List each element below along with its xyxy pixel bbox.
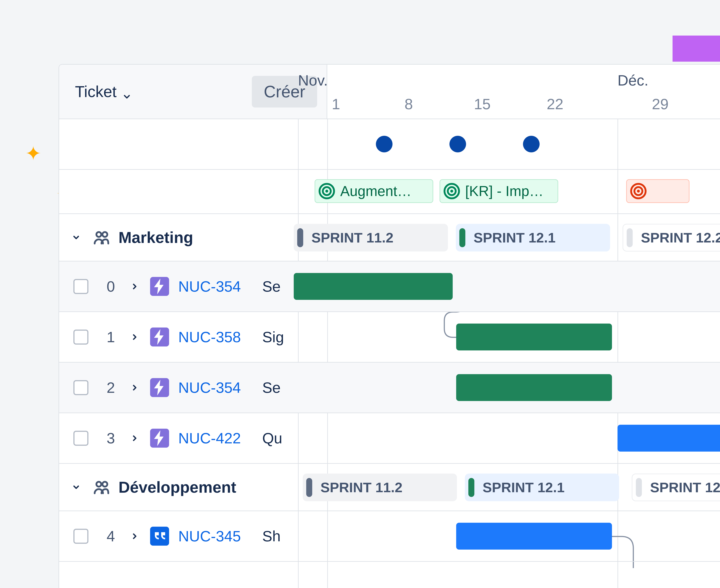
sprint-label: SPRINT 12.2 bbox=[650, 479, 720, 496]
timeline-header: Nov.181522Déc.29 bbox=[327, 65, 720, 119]
ticket-row: 2NUC-354Se bbox=[59, 363, 720, 413]
ticket-summary: Se bbox=[262, 379, 281, 396]
sprint-label: SPRINT 11.2 bbox=[312, 230, 393, 246]
sprint-pill[interactable]: SPRINT 12.2 bbox=[632, 474, 720, 501]
epic-type-icon bbox=[150, 378, 169, 397]
timeline-tick: 1 bbox=[332, 96, 340, 113]
expand-row-icon[interactable] bbox=[130, 282, 139, 291]
expand-row-icon[interactable] bbox=[130, 434, 139, 443]
release-markers-row bbox=[59, 119, 720, 170]
ticket-row: 1NUC-358Sig bbox=[59, 312, 720, 363]
ticket-key-link[interactable]: NUC-345 bbox=[178, 528, 241, 545]
sprint-pill[interactable]: SPRINT 12.2 bbox=[623, 224, 720, 251]
sprint-pill[interactable]: SPRINT 11.2 bbox=[303, 474, 457, 501]
row-checkbox[interactable] bbox=[74, 431, 88, 446]
panel-header: Ticket Créer Nov.181522Déc.29 bbox=[59, 65, 720, 119]
ticket-column-header: Ticket Créer bbox=[59, 65, 327, 119]
banner-top bbox=[673, 36, 720, 62]
gantt-bar[interactable] bbox=[456, 523, 612, 550]
ticket-key-link[interactable]: NUC-422 bbox=[178, 429, 241, 447]
objective-label: [KR] - Imp… bbox=[465, 183, 543, 199]
ticket-summary: Se bbox=[262, 278, 281, 295]
ticket-key-link[interactable]: NUC-354 bbox=[178, 278, 241, 295]
release-marker[interactable] bbox=[523, 136, 540, 152]
row-index: 0 bbox=[106, 278, 118, 295]
roadmap-panel: Ticket Créer Nov.181522Déc.29 Augment…[K… bbox=[59, 64, 720, 588]
timeline-tick: 29 bbox=[652, 96, 668, 113]
ticket-summary: Sh bbox=[262, 528, 281, 545]
target-icon bbox=[318, 183, 336, 200]
sparkle-icon: ✦ bbox=[25, 144, 42, 163]
chevron-down-icon bbox=[122, 87, 132, 97]
ticket-type-label: Ticket bbox=[75, 83, 117, 101]
sprint-pill[interactable]: SPRINT 12.1 bbox=[465, 474, 619, 501]
objective-label: Augment… bbox=[340, 183, 412, 199]
svg-point-9 bbox=[96, 232, 101, 237]
release-marker[interactable] bbox=[376, 136, 393, 152]
expand-row-icon[interactable] bbox=[130, 532, 139, 541]
epic-type-icon bbox=[150, 429, 169, 448]
sprint-label: SPRINT 12.1 bbox=[483, 479, 564, 496]
ticket-key-link[interactable]: NUC-354 bbox=[178, 379, 241, 396]
svg-point-10 bbox=[102, 232, 107, 237]
release-marker[interactable] bbox=[449, 136, 466, 152]
sprint-pill[interactable]: SPRINT 12.1 bbox=[456, 224, 610, 251]
timeline-tick: 22 bbox=[547, 96, 563, 113]
svg-point-8 bbox=[637, 190, 640, 192]
epic-type-icon bbox=[150, 277, 169, 296]
objective-pill[interactable]: [KR] - Imp… bbox=[440, 179, 558, 203]
svg-point-11 bbox=[96, 482, 101, 487]
target-icon bbox=[630, 183, 647, 200]
group-name: Marketing bbox=[118, 228, 193, 247]
sprint-pill[interactable]: SPRINT 11.2 bbox=[294, 224, 448, 251]
quote-type-icon bbox=[150, 527, 169, 546]
gantt-bar[interactable] bbox=[618, 425, 720, 451]
objective-pill[interactable]: Augment… bbox=[315, 179, 433, 203]
ticket-type-dropdown[interactable]: Ticket bbox=[75, 83, 132, 101]
team-icon bbox=[92, 478, 111, 496]
row-checkbox[interactable] bbox=[74, 529, 88, 544]
epic-type-icon bbox=[150, 328, 169, 346]
svg-point-12 bbox=[102, 482, 107, 487]
row-checkbox[interactable] bbox=[74, 279, 88, 294]
row-checkbox[interactable] bbox=[74, 380, 88, 395]
svg-point-5 bbox=[450, 190, 453, 192]
objectives-row: Augment…[KR] - Imp… bbox=[59, 170, 720, 214]
sprint-label: SPRINT 12.1 bbox=[474, 230, 556, 246]
panel-body: Augment…[KR] - Imp…MarketingSPRINT 11.2S… bbox=[59, 119, 720, 562]
group-header-row: MarketingSPRINT 11.2SPRINT 12.1SPRINT 12… bbox=[59, 214, 720, 261]
expand-row-icon[interactable] bbox=[130, 383, 139, 392]
gantt-bar[interactable] bbox=[456, 323, 612, 351]
gantt-bar[interactable] bbox=[456, 374, 612, 401]
group-header-left[interactable]: Marketing bbox=[59, 214, 327, 261]
ticket-row: 4NUC-345Sh bbox=[59, 511, 720, 562]
month-label: Déc. bbox=[618, 72, 648, 89]
svg-point-2 bbox=[325, 190, 328, 192]
timeline-tick: 8 bbox=[405, 96, 413, 113]
sprint-label: SPRINT 12.2 bbox=[641, 230, 720, 246]
expand-row-icon[interactable] bbox=[130, 333, 139, 341]
group-name: Développement bbox=[118, 478, 236, 496]
expand-group-icon[interactable] bbox=[72, 483, 81, 491]
ticket-row: 0NUC-354Se bbox=[59, 261, 720, 312]
sprint-label: SPRINT 11.2 bbox=[320, 479, 402, 496]
row-index: 2 bbox=[106, 379, 118, 396]
expand-group-icon[interactable] bbox=[72, 233, 81, 242]
ticket-summary: Qu bbox=[262, 429, 282, 447]
month-label: Nov. bbox=[298, 72, 328, 89]
ticket-key-link[interactable]: NUC-358 bbox=[178, 329, 241, 346]
row-checkbox[interactable] bbox=[74, 330, 88, 344]
objective-pill[interactable] bbox=[626, 179, 689, 203]
row-index: 3 bbox=[106, 429, 118, 447]
row-index: 4 bbox=[106, 528, 118, 545]
group-header-row: DéveloppementSPRINT 11.2SPRINT 12.1SPRIN… bbox=[59, 464, 720, 511]
target-icon bbox=[443, 183, 460, 200]
gantt-bar[interactable] bbox=[294, 273, 453, 300]
group-header-left[interactable]: Développement bbox=[59, 464, 327, 510]
team-icon bbox=[92, 228, 111, 247]
ticket-row: 3NUC-422Qu bbox=[59, 413, 720, 464]
row-index: 1 bbox=[106, 329, 118, 346]
timeline-tick: 15 bbox=[474, 96, 491, 113]
ticket-summary: Sig bbox=[262, 329, 284, 346]
